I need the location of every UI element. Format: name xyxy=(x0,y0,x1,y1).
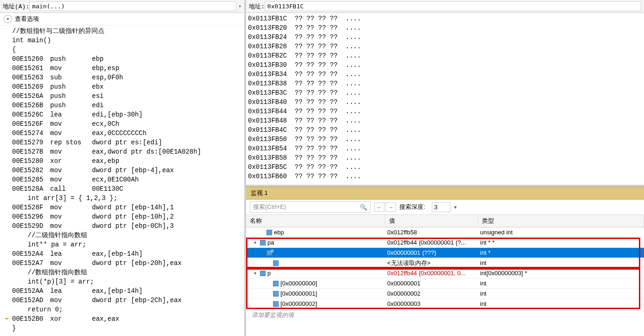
search-prev-button[interactable]: ← xyxy=(374,202,384,212)
disasm-line[interactable]: 00E1529Dmovdword ptr [ebp-0Ch],3 xyxy=(0,221,244,231)
memory-row[interactable]: 0x0113FB50 ?? ?? ?? ?? .... xyxy=(246,135,644,144)
memory-row[interactable]: 0x0113FB1C ?? ?? ?? ?? .... xyxy=(246,14,644,23)
disasm-line[interactable]: 00E152A7movdword ptr [ebp-20h],eax xyxy=(0,258,244,268)
memory-row[interactable]: 0x0113FB58 ?? ?? ?? ?? .... xyxy=(246,153,644,162)
watch-panel-header[interactable]: 监视 1 xyxy=(246,187,644,200)
mem-addr-input[interactable] xyxy=(265,1,641,11)
expand-icon[interactable]: ▾ xyxy=(258,250,265,256)
disasm-line[interactable]: 00E15285movecx,0E1C00Ah xyxy=(0,175,244,184)
disasm-line[interactable]: 00E15296movdword ptr [ebp-10h],2 xyxy=(0,212,244,221)
instr-args: edi,[ebp-30h] xyxy=(92,110,242,119)
watch-type: int[0x00000003] * xyxy=(478,270,644,277)
disasm-line[interactable]: 00E15280xoreax,ebp xyxy=(0,156,244,166)
watch-value: 0x00000002 xyxy=(385,290,478,297)
disasm-line[interactable]: return 0; xyxy=(0,305,244,314)
watch-row[interactable]: ▾p0x012ffb44 {0x00000001, 0...int[0x0000… xyxy=(246,268,644,278)
col-value[interactable]: 值 xyxy=(385,215,478,227)
memory-body[interactable]: 0x0113FB1C ?? ?? ?? ?? ....0x0113FB20 ??… xyxy=(246,13,644,185)
watch-row[interactable]: [0x00000001]0x00000002int xyxy=(246,289,644,299)
disasm-line[interactable]: 00E15260pushebp xyxy=(0,54,244,64)
watch-search-input[interactable]: 搜索(Ctrl+E) 🔍 xyxy=(250,201,371,213)
disasm-line[interactable]: int arr[3] = { 1,2,3 }; xyxy=(0,194,244,203)
view-options-row: ▾ 查看选项 xyxy=(0,13,244,26)
watch-row[interactable]: ebp0x012ffb58unsigned int xyxy=(246,227,644,238)
memory-row[interactable]: 0x0113FB40 ?? ?? ?? ?? .... xyxy=(246,97,644,107)
watch-type: unsigned int xyxy=(478,229,644,236)
disasm-line[interactable]: 00E1526Fmovecx,0Ch xyxy=(0,119,244,129)
col-name[interactable]: 名称 xyxy=(246,215,385,227)
addr-label: 地址: xyxy=(249,2,265,11)
memory-row[interactable]: 0x0113FB24 ?? ?? ?? ?? .... xyxy=(246,32,644,42)
expand-icon[interactable] xyxy=(265,280,271,287)
expand-icon[interactable] xyxy=(265,291,271,297)
memory-row[interactable]: 0x0113FB48 ?? ?? ?? ?? .... xyxy=(246,116,644,125)
chevron-down-icon[interactable]: ▾ xyxy=(454,204,457,210)
disasm-line[interactable]: { xyxy=(0,45,244,54)
memory-row[interactable]: 0x0113FB3C ?? ?? ?? ?? .... xyxy=(246,88,644,97)
instr-addr: 00E15282 xyxy=(12,166,50,175)
memory-row[interactable]: 0x0113FB38 ?? ?? ?? ?? .... xyxy=(246,79,644,88)
disasm-line[interactable]: } xyxy=(0,323,244,333)
source-text: int arr[3] = { 1,2,3 }; xyxy=(12,194,117,203)
disasm-line[interactable]: ➨00E152B0xoreax,eax xyxy=(0,314,244,323)
col-type[interactable]: 类型 xyxy=(478,215,644,227)
watch-body[interactable]: ebp0x012ffb58unsigned int▾pa0x012ffb44 {… xyxy=(246,227,644,336)
disasm-line[interactable]: 00E1526Cleaedi,[ebp-30h] xyxy=(0,110,244,119)
disasm-line[interactable]: //数组指针与二级指针的异同点 xyxy=(0,26,244,36)
source-text: int(*p)[3] = arr; xyxy=(12,277,94,286)
disasm-line[interactable]: 00E15279rep stosdword ptr es:[edi] xyxy=(0,138,244,147)
disasm-line[interactable]: 00E152AAleaeax,[ebp-14h] xyxy=(0,286,244,296)
add-watch-item[interactable]: 添加要监视的项 xyxy=(246,309,644,321)
memory-row[interactable]: 0x0113FB28 ?? ?? ?? ?? .... xyxy=(246,42,644,51)
expand-icon[interactable] xyxy=(265,260,271,266)
watch-row[interactable]: [0x00000000]0x00000001int xyxy=(246,278,644,289)
watch-value: <无法读取内存> xyxy=(385,259,478,267)
memory-row[interactable]: 0x0113FB44 ?? ?? ?? ?? .... xyxy=(246,107,644,116)
disasm-line[interactable]: int main() xyxy=(0,36,244,45)
right-pane: 地址: 0x0113FB1C ?? ?? ?? ?? ....0x0113FB2… xyxy=(246,0,644,336)
disasm-line[interactable]: 00E1528Acall00E1130C xyxy=(0,184,244,194)
watch-type: int xyxy=(478,300,644,307)
disasm-line[interactable]: 00E15282movdword ptr [ebp-4],eax xyxy=(0,166,244,175)
disasm-line[interactable]: int(*p)[3] = arr; xyxy=(0,277,244,286)
disasm-line[interactable]: int** pa = arr; xyxy=(0,240,244,249)
disasm-line[interactable]: 00E15263subesp,0F0h xyxy=(0,73,244,82)
disasm-body[interactable]: //数组指针与二级指针的异同点int main(){00E15260pusheb… xyxy=(0,26,244,336)
memory-row[interactable]: 0x0113FB2C ?? ?? ?? ?? .... xyxy=(246,51,644,60)
memory-row[interactable]: 0x0113FB4C ?? ?? ?? ?? .... xyxy=(246,125,644,135)
watch-type: int xyxy=(478,259,644,266)
watch-row[interactable]: ▾pa0x012ffb44 {0x00000001 {?...int * * xyxy=(246,238,644,248)
memory-row[interactable]: 0x0113FB34 ?? ?? ?? ?? .... xyxy=(246,70,644,79)
disasm-line[interactable]: 00E15261movebp,esp xyxy=(0,64,244,73)
disasm-line[interactable]: 00E15269pushebx xyxy=(0,82,244,91)
instr-op: xor xyxy=(50,156,92,166)
collapse-icon[interactable]: ▾ xyxy=(4,15,12,23)
disasm-line[interactable]: 00E152ADmovdword ptr [ebp-2Ch],eax xyxy=(0,296,244,305)
memory-row[interactable]: 0x0113FB30 ?? ?? ?? ?? .... xyxy=(246,60,644,70)
watch-row[interactable]: <无法读取内存>int xyxy=(246,258,644,268)
instr-op: sub xyxy=(50,73,92,82)
instr-addr: 00E1527B xyxy=(12,147,50,156)
search-next-button[interactable]: → xyxy=(385,202,396,212)
disasm-line[interactable]: 00E1526Bpushedi xyxy=(0,101,244,110)
expand-icon[interactable]: ▾ xyxy=(252,239,258,246)
disasm-line[interactable]: //二级指针指向数组 xyxy=(0,231,244,240)
watch-row[interactable]: [0x00000002]0x00000003int xyxy=(246,299,644,309)
expand-icon[interactable] xyxy=(258,229,265,236)
memory-row[interactable]: 0x0113FB5C ?? ?? ?? ?? .... xyxy=(246,162,644,172)
memory-row[interactable]: 0x0113FB20 ?? ?? ?? ?? .... xyxy=(246,23,644,32)
disasm-line[interactable]: 00E1528Fmovdword ptr [ebp-14h],1 xyxy=(0,203,244,212)
expand-icon[interactable] xyxy=(265,301,271,307)
disasm-line[interactable]: 00E1526Apushesi xyxy=(0,91,244,101)
disasm-line[interactable]: 00E15274moveax,0CCCCCCCCh xyxy=(0,129,244,138)
disasm-line[interactable]: 00E1527Bmoveax,dword ptr ds:[00E1A028h] xyxy=(0,147,244,156)
memory-row[interactable]: 0x0113FB60 ?? ?? ?? ?? .... xyxy=(246,172,644,181)
disasm-addr-input[interactable] xyxy=(29,1,236,11)
chevron-down-icon[interactable]: ▾ xyxy=(238,3,241,9)
depth-input[interactable] xyxy=(432,202,450,212)
memory-row[interactable]: 0x0113FB54 ?? ?? ?? ?? .... xyxy=(246,144,644,153)
expand-icon[interactable]: ▾ xyxy=(252,270,258,277)
disasm-line[interactable]: //数组指针指向数组 xyxy=(0,268,244,277)
watch-row[interactable]: ▾0x00000001 {???}int * xyxy=(246,248,644,258)
disasm-line[interactable]: 00E152A4leaeax,[ebp-14h] xyxy=(0,249,244,258)
